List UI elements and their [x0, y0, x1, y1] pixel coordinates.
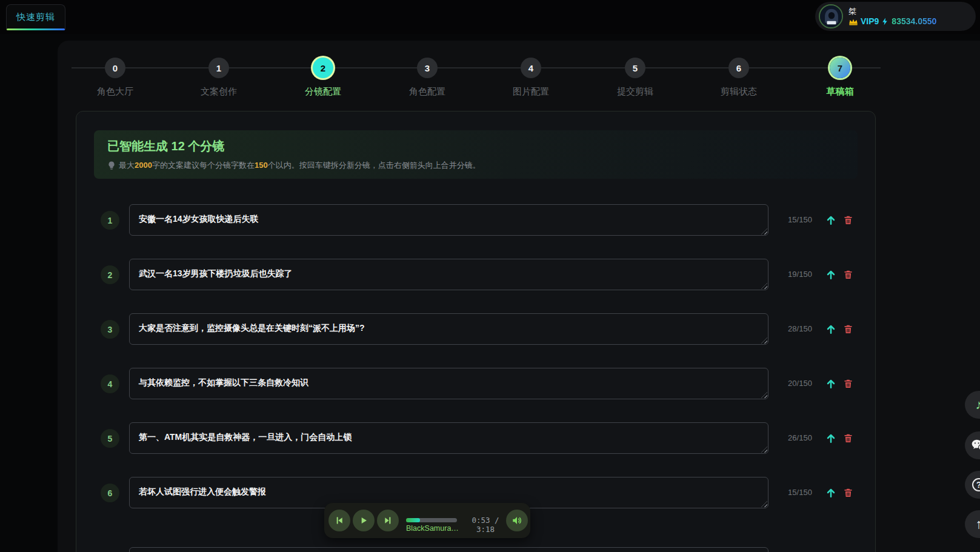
volume-button[interactable] — [506, 510, 528, 531]
top-bar: 快速剪辑 桀 VIP9 83534.0550 — [0, 0, 980, 34]
next-track-icon — [383, 516, 393, 525]
step-label: 提交剪辑 — [617, 86, 653, 98]
question-mark-icon: ? — [972, 478, 980, 491]
banner-title: 已智能生成 12 个分镜 — [107, 138, 844, 155]
storyboard-row-3: 3 大家是否注意到，监控摄像头总是在关键时刻“派不上用场”? 28/150 — [94, 313, 858, 345]
total-time: 3:18 — [476, 525, 495, 534]
banner-tip: 最大2000字的文案建议每个分镜字数在150个以内。按回车键拆分新分镜，点击右侧… — [107, 160, 844, 171]
storyboard-row-2: 2 武汉一名13岁男孩下楼扔垃圾后也失踪了 19/150 — [94, 259, 858, 290]
merge-up-button[interactable] — [824, 322, 838, 336]
step-role-hall[interactable]: 0 角色大厅 — [79, 58, 152, 98]
progress-fill — [406, 518, 420, 522]
storyboard-text-input[interactable]: 第一、ATM机其实是自救神器，一旦进入，门会自动上锁 — [129, 422, 768, 454]
avatar[interactable] — [819, 4, 843, 28]
user-account-pill[interactable]: 桀 VIP9 83534.0550 — [815, 2, 976, 31]
storyboard-row-5: 5 第一、ATM机其实是自救神器，一旦进入，门会自动上锁 26/150 — [94, 422, 858, 454]
step-label: 角色大厅 — [97, 86, 133, 98]
merge-up-button[interactable] — [824, 376, 838, 391]
trash-icon — [843, 378, 853, 389]
arrow-up-icon — [825, 487, 837, 499]
step-draft-box[interactable]: 7 草稿箱 — [804, 58, 876, 98]
storyboard-index-badge: 4 — [101, 374, 119, 393]
previous-track-icon — [335, 516, 344, 525]
storyboard-row-1: 1 安徽一名14岁女孩取快递后失联 15/150 — [94, 204, 858, 236]
step-storyboard-config[interactable]: 2 分镜配置 — [287, 58, 359, 98]
delete-storyboard-button[interactable] — [841, 322, 855, 336]
delete-storyboard-button[interactable] — [841, 431, 855, 445]
delete-storyboard-button[interactable] — [841, 213, 855, 227]
char-counter: 15/150 — [779, 488, 821, 497]
merge-up-button[interactable] — [824, 485, 838, 500]
trash-icon — [843, 324, 853, 334]
lightning-bolt-icon — [881, 17, 889, 26]
music-note-icon: ♪ — [976, 397, 980, 413]
storyboard-text-input[interactable] — [129, 547, 768, 552]
step-number: 5 — [625, 58, 645, 78]
play-button[interactable] — [353, 510, 375, 531]
hooded-user-avatar-image — [820, 5, 843, 28]
step-role-config[interactable]: 3 角色配置 — [391, 58, 464, 98]
generation-result-banner: 已智能生成 12 个分镜 最大2000字的文案建议每个分镜字数在150个以内。按… — [94, 130, 858, 179]
step-number: 1 — [208, 58, 229, 78]
delete-storyboard-button[interactable] — [841, 267, 855, 282]
current-time: 0:53 — [472, 516, 490, 525]
step-label: 分镜配置 — [305, 86, 341, 98]
char-counter: 26/150 — [779, 433, 821, 442]
storyboard-text-input[interactable]: 与其依赖监控，不如掌握以下三条自救冷知识 — [129, 368, 768, 399]
char-counter: 20/150 — [779, 379, 821, 388]
trash-icon — [843, 214, 853, 225]
arrow-up-icon — [825, 432, 837, 444]
trash-icon — [843, 487, 853, 498]
char-counter: 19/150 — [779, 270, 821, 279]
quick-edit-tab[interactable]: 快速剪辑 — [6, 4, 65, 30]
step-number: 4 — [521, 58, 541, 78]
play-icon — [359, 516, 368, 525]
step-number: 2 — [313, 58, 333, 78]
step-copywriting[interactable]: 1 文案创作 — [182, 58, 255, 98]
step-image-config[interactable]: 4 图片配置 — [495, 58, 567, 98]
next-track-button[interactable] — [377, 510, 399, 531]
char-counter: 15/150 — [779, 215, 821, 224]
step-number: 6 — [728, 58, 749, 78]
lightbulb-icon — [107, 161, 116, 170]
trash-icon — [843, 433, 853, 444]
storyboard-index-badge: 1 — [101, 211, 119, 230]
track-name: BlackSamura… — [406, 524, 461, 533]
step-submit-edit[interactable]: 5 提交剪辑 — [599, 58, 672, 98]
credits-balance: 83534.0550 — [892, 16, 936, 27]
storyboard-row-7-partial — [94, 547, 858, 552]
step-label: 角色配置 — [409, 86, 445, 98]
storyboard-index-badge: 2 — [101, 265, 119, 284]
merge-up-button[interactable] — [824, 431, 838, 445]
step-label: 图片配置 — [513, 86, 549, 98]
step-number: 7 — [830, 58, 850, 78]
step-number: 0 — [105, 58, 125, 78]
storyboard-text-input[interactable]: 大家是否注意到，监控摄像头总是在关键时刻“派不上用场”? — [129, 313, 768, 345]
username: 桀 — [848, 7, 936, 16]
storyboard-text-input[interactable]: 武汉一名13岁男孩下楼扔垃圾后也失踪了 — [129, 259, 768, 290]
vip-level-badge: VIP9 — [861, 16, 879, 27]
step-edit-status[interactable]: 6 剪辑状态 — [702, 58, 775, 98]
arrow-up-icon — [825, 214, 837, 226]
merge-up-button[interactable] — [824, 213, 838, 227]
merge-up-button[interactable] — [824, 267, 838, 282]
char-counter: 28/150 — [779, 324, 821, 333]
arrow-up-icon: ↑ — [976, 516, 980, 532]
storyboard-index-badge: 3 — [101, 320, 119, 339]
step-label: 草稿箱 — [827, 86, 854, 98]
crown-icon — [848, 18, 858, 25]
playback-time: 0:53 / 3:18 — [461, 516, 510, 534]
step-label: 剪辑状态 — [721, 86, 757, 98]
storyboard-index-badge: 5 — [101, 429, 119, 448]
delete-storyboard-button[interactable] — [841, 485, 855, 500]
storyboard-text-input[interactable]: 安徽一名14岁女孩取快递后失联 — [129, 204, 768, 236]
quick-edit-tab-label: 快速剪辑 — [16, 12, 55, 23]
volume-icon — [512, 515, 522, 526]
audio-player: BlackSamura… 0:53 / 3:18 — [324, 503, 530, 538]
arrow-up-icon — [825, 323, 837, 335]
delete-storyboard-button[interactable] — [841, 376, 855, 391]
max-chars-value: 2000 — [135, 161, 152, 170]
previous-track-button[interactable] — [328, 510, 350, 531]
per-shot-chars-value: 150 — [255, 161, 268, 170]
progress-bar[interactable] — [406, 518, 457, 522]
